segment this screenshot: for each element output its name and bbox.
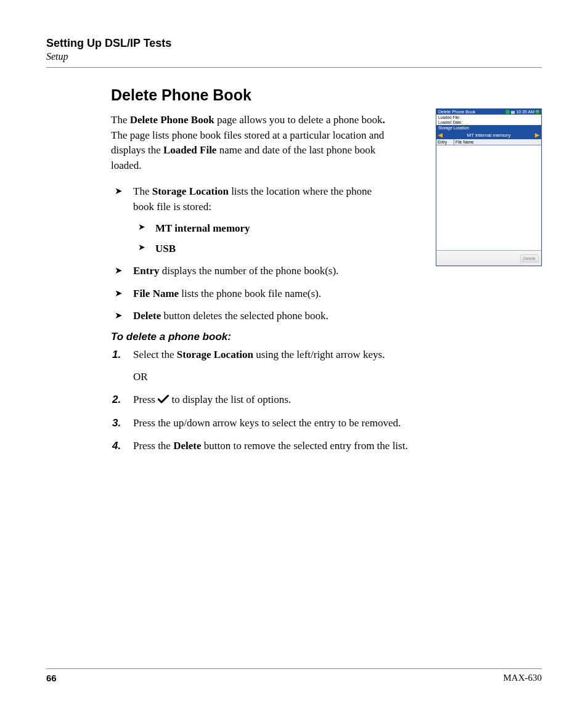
delete-button[interactable]: Delete [520, 254, 539, 262]
bullet-list-2: File Name lists the phone book file name… [111, 286, 542, 323]
table-header: Entry File Name [436, 139, 541, 145]
screenshot-title: Delete Phone Book [438, 110, 475, 114]
chapter-title: Setting Up DSL/IP Tests [46, 37, 542, 50]
footer-rule [46, 668, 542, 669]
storage-value: MT internal memory [467, 132, 511, 138]
loaded-date-row: Loaded Date: [436, 120, 541, 124]
checkmark-icon [158, 395, 169, 404]
steps-list: Select the Storage Location using the le… [111, 347, 542, 454]
step-3: Press the up/down arrow keys to select t… [111, 415, 542, 431]
step-1-or: OR [133, 369, 542, 385]
table-body [436, 145, 541, 250]
storage-header: Storage Location: [436, 125, 541, 131]
storage-sub-list: MT internal memory USB [133, 220, 391, 257]
screenshot-status: ▮▮ 10:35 AM [505, 110, 539, 114]
col-entry: Entry [436, 139, 454, 145]
sub-mt-memory: MT internal memory [133, 220, 391, 237]
bullet-filename: File Name lists the phone book file name… [111, 286, 542, 302]
step-1: Select the Storage Location using the le… [111, 347, 542, 384]
procedure-heading: To delete a phone book: [111, 331, 542, 343]
step-4: Press the Delete button to remove the se… [111, 438, 542, 454]
power-icon [536, 110, 539, 114]
device-screenshot: Delete Phone Book ▮▮ 10:35 AM Loaded Fil… [436, 108, 542, 266]
screenshot-time: 10:35 AM [516, 110, 534, 114]
signal-icon: ▮▮ [511, 110, 515, 114]
page-number: 66 [46, 673, 57, 683]
bullet-storage: The Storage Location lists the location … [111, 184, 391, 257]
right-arrow-icon[interactable]: ▶ [535, 132, 539, 138]
section-title: Setup [46, 51, 542, 62]
model-number: MAX-630 [504, 673, 542, 683]
sub-usb: USB [133, 240, 391, 257]
step-2: Press to display the list of options. [111, 392, 542, 408]
bullet-list-1: The Storage Location lists the location … [111, 184, 391, 279]
col-filename: File Name [454, 139, 541, 145]
screenshot-titlebar: Delete Phone Book ▮▮ 10:35 AM [436, 109, 541, 115]
page-footer: 66 MAX-630 [46, 663, 542, 683]
bullet-delete: Delete button deletes the selected phone… [111, 308, 542, 324]
intro-paragraph: The Delete Phone Book page allows you to… [111, 113, 394, 174]
screenshot-footer: Delete [436, 250, 541, 266]
bullet-entry: Entry displays the number of the phone b… [111, 263, 391, 279]
storage-selector[interactable]: ◀ MT internal memory ▶ [436, 131, 541, 139]
page-title: Delete Phone Book [111, 86, 542, 104]
status-dot-icon [505, 110, 510, 114]
header-rule [46, 67, 542, 68]
left-arrow-icon[interactable]: ◀ [438, 132, 443, 138]
loaded-file-row: Loaded File: [436, 115, 541, 120]
